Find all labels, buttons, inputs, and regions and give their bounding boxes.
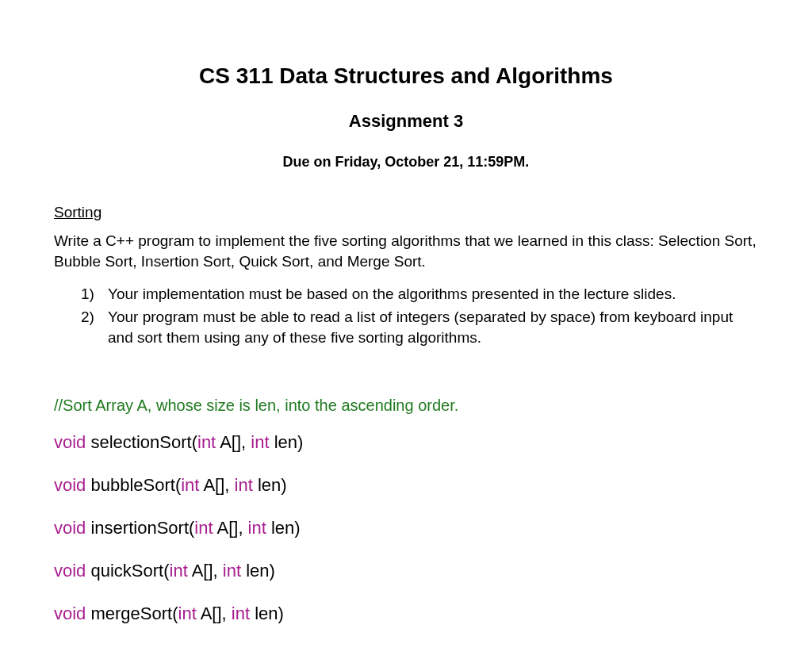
prototype-quicksort: void quickSort(int A[], int len) — [54, 561, 758, 581]
func-name: selectionSort — [90, 432, 191, 452]
list-text: Your implementation must be based on the… — [108, 286, 676, 302]
prototype-bubblesort: void bubbleSort(int A[], int len) — [54, 475, 758, 496]
paren-open: ( — [192, 432, 197, 452]
keyword-int: int — [251, 432, 269, 452]
param-len: len) — [253, 475, 287, 495]
section-heading-sorting: Sorting — [54, 204, 758, 221]
param-a: A[], — [216, 432, 251, 452]
func-name: bubbleSort — [90, 475, 174, 495]
requirements-list: 1) Your implementation must be based on … — [108, 284, 758, 349]
intro-paragraph: Write a C++ program to implement the fiv… — [54, 231, 758, 271]
keyword-int: int — [235, 475, 253, 495]
param-len: len) — [241, 561, 275, 581]
list-number: 2) — [81, 307, 94, 328]
keyword-int: int — [181, 475, 199, 495]
paren-open: ( — [163, 561, 169, 581]
keyword-int: int — [178, 604, 197, 623]
param-a: A[], — [213, 518, 248, 538]
keyword-int: int — [197, 432, 216, 452]
param-len: len) — [270, 432, 304, 452]
prototype-selectionsort: void selectionSort(int A[], int len) — [54, 432, 758, 453]
paren-open: ( — [172, 604, 178, 623]
keyword-void: void — [54, 432, 86, 452]
param-a: A[], — [188, 561, 223, 581]
param-len: len) — [266, 518, 301, 538]
course-title: CS 311 Data Structures and Algorithms — [54, 63, 758, 89]
param-len: len) — [250, 604, 284, 623]
keyword-void: void — [54, 561, 86, 581]
keyword-int: int — [232, 604, 250, 623]
prototype-insertionsort: void insertionSort(int A[], int len) — [54, 518, 758, 538]
keyword-void: void — [54, 518, 86, 538]
keyword-void: void — [54, 604, 86, 623]
keyword-int: int — [223, 561, 241, 581]
func-name: mergeSort — [90, 604, 172, 623]
func-name: quickSort — [90, 561, 163, 581]
func-name: insertionSort — [90, 518, 189, 538]
keyword-void: void — [54, 475, 86, 495]
list-item: 2) Your program must be able to read a l… — [108, 307, 758, 349]
list-number: 1) — [81, 284, 94, 305]
param-a: A[], — [199, 475, 234, 495]
keyword-int: int — [194, 518, 213, 538]
list-text: Your program must be able to read a list… — [108, 309, 733, 347]
prototype-mergesort: void mergeSort(int A[], int len) — [54, 604, 758, 624]
due-date: Due on Friday, October 21, 11:59PM. — [54, 154, 758, 171]
code-comment: //Sort Array A, whose size is len, into … — [54, 397, 758, 415]
param-a: A[], — [197, 604, 232, 623]
keyword-int: int — [248, 518, 266, 538]
assignment-subtitle: Assignment 3 — [54, 111, 758, 132]
keyword-int: int — [170, 561, 188, 581]
list-item: 1) Your implementation must be based on … — [108, 284, 758, 305]
